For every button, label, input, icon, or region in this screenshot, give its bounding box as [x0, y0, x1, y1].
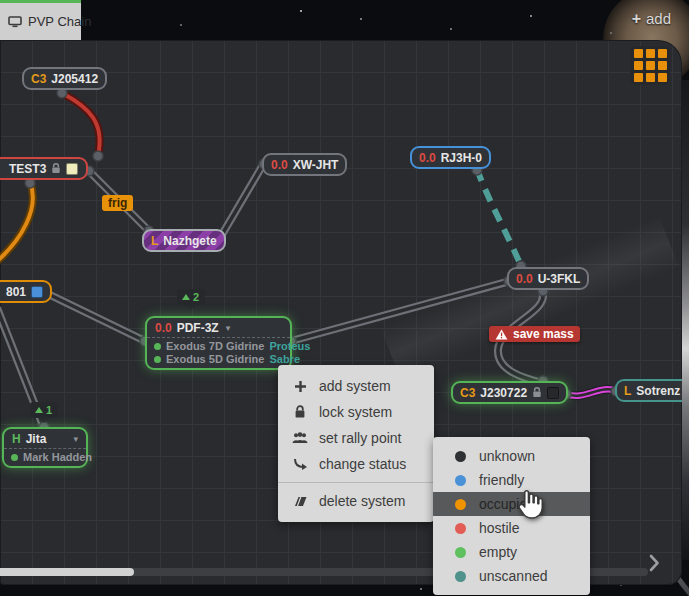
- system-node-801[interactable]: 801: [0, 280, 52, 303]
- system-name: J230722: [480, 386, 527, 400]
- save-mass-badge[interactable]: save mass: [489, 326, 580, 342]
- system-node-test3[interactable]: TEST3: [0, 157, 88, 180]
- menu-item-set-rally-point[interactable]: set rally point: [278, 425, 434, 451]
- pilot-ship: Sabre: [269, 353, 300, 365]
- top-bar: PVP Chain + add: [0, 0, 689, 40]
- status-label: unknown: [479, 448, 535, 464]
- status-square: [547, 387, 559, 399]
- connection-unscanned[interactable]: [477, 169, 521, 266]
- add-label: add: [646, 10, 671, 27]
- menu-separator: [278, 482, 434, 483]
- wormhole-class-label: L: [624, 384, 631, 398]
- system-node-xw-jht[interactable]: 0.0 XW-JHT: [262, 153, 347, 176]
- eraser-icon: [292, 496, 308, 507]
- system-node-j205412[interactable]: C3 J205412: [22, 67, 107, 90]
- status-dot: [455, 523, 466, 534]
- security-class-label: H: [12, 432, 21, 446]
- chevron-down-icon[interactable]: ▾: [226, 323, 231, 333]
- pilot-name: Mark Hadden: [23, 451, 92, 463]
- menu-item-lock-system[interactable]: lock system: [278, 399, 434, 425]
- pilot-count: 1: [46, 404, 52, 416]
- status-label: friendly: [479, 472, 524, 488]
- menu-item-label: add system: [319, 378, 391, 394]
- connection[interactable]: [291, 281, 510, 341]
- status-submenu: unknown friendly occupied hostile empty …: [433, 437, 590, 595]
- system-name: Sotrenz: [636, 384, 680, 398]
- system-node-u-3fkl[interactable]: 0.0 U-3FKL: [507, 267, 589, 290]
- security-label: 0.0: [271, 158, 288, 172]
- menu-item-label: change status: [319, 456, 406, 472]
- pilot-name: Exodus 7D Gidrine: [166, 340, 264, 352]
- chevron-down-icon[interactable]: ▾: [73, 434, 78, 444]
- users-icon: [292, 432, 308, 444]
- menu-item-label: set rally point: [319, 430, 401, 446]
- status-item-hostile[interactable]: hostile: [433, 516, 590, 540]
- status-dot: [455, 475, 466, 486]
- curved-arrow-icon: [292, 458, 308, 470]
- tab-label: PVP Chain: [28, 14, 91, 29]
- connection[interactable]: [42, 291, 145, 341]
- menu-item-add-system[interactable]: add system: [278, 373, 434, 399]
- pilot-list: Exodus 7D Gidrine Proteus Exodus 5D Gidr…: [147, 337, 290, 368]
- system-node-sotrenz[interactable]: L Sotrenz: [615, 379, 682, 402]
- add-map-button[interactable]: + add: [632, 10, 671, 27]
- system-name: PDF-3Z: [177, 321, 219, 335]
- system-name: U-3FKL: [538, 272, 581, 286]
- security-label: 0.0: [516, 272, 533, 286]
- pilot-row: Mark Hadden: [11, 451, 79, 463]
- security-label: 0.0: [155, 321, 172, 335]
- status-dot: [455, 571, 466, 582]
- connection-warning[interactable]: [0, 182, 33, 264]
- system-name: RJ3H-0: [441, 151, 482, 165]
- connection-frigate[interactable]: [566, 389, 618, 395]
- status-item-unknown[interactable]: unknown: [433, 444, 590, 468]
- status-item-unscanned[interactable]: unscanned: [433, 564, 590, 588]
- pilot-row: Exodus 5D Gidrine Sabre: [154, 353, 283, 365]
- system-context-menu: add system lock system set rally point c…: [278, 365, 434, 522]
- grid-menu-button[interactable]: [630, 46, 670, 85]
- lock-icon: [532, 387, 542, 398]
- system-node-nazhgete[interactable]: L Nazhgete: [142, 229, 226, 252]
- pilot-online-dot: [11, 454, 18, 461]
- status-item-empty[interactable]: empty: [433, 540, 590, 564]
- scroll-right-icon[interactable]: [648, 554, 660, 576]
- system-node-header[interactable]: 0.0 PDF-3Z ▾: [147, 318, 290, 337]
- system-node-rj3h-0[interactable]: 0.0 RJ3H-0: [410, 146, 491, 169]
- save-mass-label: save mass: [513, 327, 574, 341]
- system-node-pdf-3z[interactable]: 0.0 PDF-3Z ▾ Exodus 7D Gidrine Proteus E…: [145, 316, 292, 370]
- status-label: hostile: [479, 520, 519, 536]
- connection-critical[interactable]: [62, 93, 100, 156]
- menu-item-label: lock system: [319, 404, 392, 420]
- status-label: unscanned: [479, 568, 548, 584]
- arrow-up-icon: [182, 294, 190, 300]
- pilot-row: Exodus 7D Gidrine Proteus: [154, 340, 283, 352]
- horizontal-scrollbar-thumb[interactable]: [0, 568, 134, 576]
- connection[interactable]: [220, 163, 264, 238]
- pilot-online-dot: [154, 356, 161, 363]
- security-label: 0.0: [419, 151, 436, 165]
- status-square: [66, 163, 78, 175]
- frigate-connection-badge[interactable]: frig: [102, 195, 133, 211]
- menu-item-delete-system[interactable]: delete system: [278, 488, 434, 514]
- system-name: TEST3: [9, 162, 46, 176]
- tab-pvp-chain[interactable]: PVP Chain: [0, 3, 81, 40]
- pilot-list: Mark Hadden: [4, 448, 86, 466]
- system-name: 801: [6, 285, 26, 299]
- status-dot: [455, 547, 466, 558]
- system-name: Jita: [26, 432, 47, 446]
- lock-icon: [292, 405, 308, 419]
- pilot-count-badge: 1: [30, 402, 58, 418]
- pilot-count-badge: 2: [177, 289, 205, 305]
- system-node-jita[interactable]: H Jita ▾ Mark Hadden: [2, 427, 88, 468]
- plus-icon: [292, 380, 308, 393]
- menu-item-change-status[interactable]: change status: [278, 451, 434, 477]
- wormhole-class-label: C3: [31, 72, 46, 86]
- pilot-ship: Proteus: [269, 340, 310, 352]
- system-name: Nazhgete: [163, 234, 216, 248]
- system-node-j230722[interactable]: C3 J230722: [451, 381, 568, 404]
- monitor-icon: [8, 16, 22, 28]
- status-item-occupied[interactable]: occupied: [433, 492, 590, 516]
- system-name: J205412: [51, 72, 98, 86]
- system-node-header[interactable]: H Jita ▾: [4, 429, 86, 448]
- status-item-friendly[interactable]: friendly: [433, 468, 590, 492]
